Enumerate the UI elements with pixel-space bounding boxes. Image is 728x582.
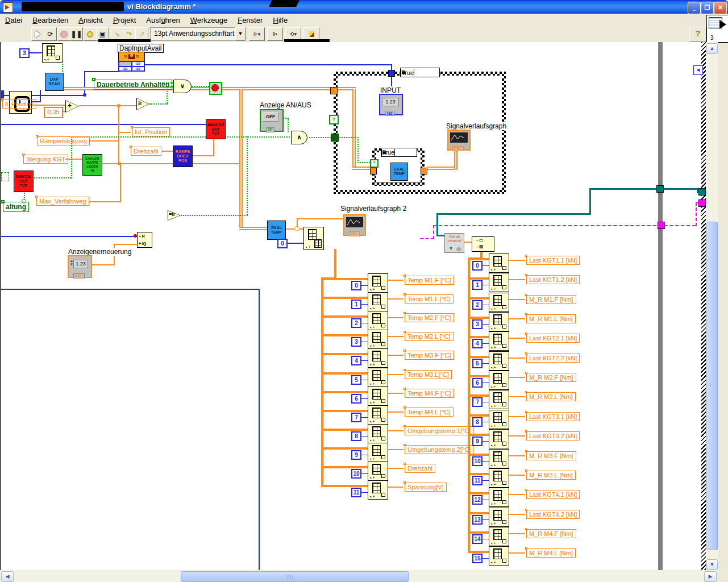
indicator-label-box[interactable]: Temp M4.F [°C] <box>403 388 406 390</box>
local-variable-ist-position[interactable]: Ist_Position <box>131 126 133 128</box>
index-constant[interactable]: 2 <box>351 318 361 328</box>
indicator-label-box[interactable]: Umgebungstemp.2[°C] <box>403 444 406 446</box>
indicator-label-box[interactable]: Temp M2.L [°C] <box>403 331 406 333</box>
index-constant[interactable]: 11 <box>472 476 482 485</box>
get-all-measval-subvi[interactable]: Get all measval ▼ <box>444 233 464 253</box>
menu-item-ansicht[interactable]: Ansicht <box>73 15 108 26</box>
indicator-label-box[interactable]: M_R M4.L [Nm] <box>525 547 527 550</box>
dap-read-subvi[interactable]: DAPREAD <box>45 73 64 91</box>
minimize-button[interactable]: _ <box>688 2 701 14</box>
skal-temp-subvi[interactable]: SKALTEMP <box>267 221 286 240</box>
block-diagram-canvas[interactable]: ◄ ▪.+ 3 DapInputAvail ?! ▙▟ ?! I32 I32 I… <box>0 42 718 570</box>
boolean-local-altung[interactable]: altung <box>1 200 5 203</box>
vertical-scrollbar-thumb[interactable]: ≡ <box>706 222 718 550</box>
run-icon[interactable] <box>31 27 44 41</box>
reshape-array-node[interactable]: →▭ →▦ <box>472 236 494 252</box>
indicator-label-box[interactable]: Temp M1.L [°C] <box>403 293 406 296</box>
index-array-node[interactable]: ▪.+ <box>489 488 509 507</box>
menu-item-hilfe[interactable]: Hilfe <box>268 15 293 26</box>
index-array-node[interactable]: ▪.+ <box>368 311 388 330</box>
index-constant[interactable]: 11 <box>351 488 361 497</box>
case-next-icon[interactable]: ▶ <box>381 150 387 155</box>
index-array-node[interactable]: ▪.+ <box>489 273 509 292</box>
index-constant[interactable]: 5 <box>351 375 361 385</box>
numeric-control-input[interactable]: 1.23 I32 <box>379 94 403 115</box>
index-array-node[interactable]: ▪.+ <box>368 405 388 425</box>
indicator-label-box[interactable]: Temp M4.L [°C] <box>403 406 406 409</box>
index-array-node[interactable]: ▪.+ <box>368 386 388 406</box>
or-gate[interactable]: ∨ <box>173 80 192 93</box>
numeric-control-anzeigenerneuerung[interactable]: ▲▼ 1.23 DBL <box>68 255 92 278</box>
index-array-node[interactable]: ▪.+ <box>489 390 509 409</box>
index-constant[interactable]: 8 <box>351 431 361 441</box>
index-array-node[interactable]: ▪.+ <box>489 527 509 546</box>
index-constant[interactable]: 3 <box>472 319 482 329</box>
indicator-label-box[interactable]: Last KGT4.2 [kN] <box>525 509 527 511</box>
index-constant[interactable]: 9 <box>472 436 482 446</box>
font-selector[interactable]: 13pt Anwendungsschriftart <box>150 27 240 41</box>
waveform-graph-terminal[interactable]: DBL <box>343 214 366 236</box>
local-variable-drehzahl[interactable]: Drehzahl <box>130 146 132 148</box>
indicator-label-box[interactable]: M_R M2.L [Nm] <box>525 391 527 393</box>
run-continuous-icon[interactable]: ⟳ <box>44 27 57 41</box>
index-array-node[interactable]: ▪.+ <box>489 410 509 429</box>
index-array-node[interactable]: ▪.+ <box>489 449 509 468</box>
indicator-label-box[interactable]: Last KGT2.2 [kN] <box>525 352 527 355</box>
index-build-array-node[interactable]: ▪.+ <box>303 227 324 250</box>
indicator-label[interactable]: Signalverlaufsgraph <box>446 122 506 130</box>
rampe-dreh-pos-subvi[interactable]: RAMPEDREHPOS <box>173 146 193 167</box>
index-array-node[interactable]: ▪.+ <box>368 462 388 481</box>
index-array-node[interactable]: ▪.+ <box>368 348 388 368</box>
control-label[interactable]: INPUT <box>380 86 401 94</box>
index-constant[interactable]: 1 <box>472 280 482 290</box>
restore-button[interactable]: ❐ <box>701 2 714 14</box>
index-array-node[interactable]: ▪.+ <box>489 429 509 448</box>
vi-icon[interactable]: 3 <box>706 15 728 43</box>
align-objects-icon[interactable]: ⊪▾ <box>249 27 265 41</box>
control-label[interactable]: Anzeigenerneuerung <box>68 248 131 256</box>
navigation-left-arrow-icon[interactable]: ◄ <box>693 65 703 75</box>
highlight-execution-icon[interactable] <box>84 27 97 41</box>
numeric-constant[interactable]: 3 <box>19 48 30 58</box>
index-constant[interactable]: 3 <box>351 337 361 347</box>
index-array-node[interactable]: ▪.+ <box>368 292 388 311</box>
index-array-node[interactable]: ▪.+ <box>489 331 509 351</box>
waveform-graph-terminal[interactable]: DBL <box>447 130 471 151</box>
indicator-label-box[interactable]: M_R M2.F [Nm] <box>525 372 527 374</box>
analog-out-subvi[interactable]: ANALOGOUTTXT <box>206 119 226 139</box>
case-next-icon[interactable]: ▶ <box>401 70 406 75</box>
indicator-label-box[interactable]: Last KGT2.1 [kN] <box>525 332 527 335</box>
close-button[interactable]: ✕ <box>714 2 727 14</box>
control-label[interactable]: Anzeige AN/AUS <box>260 101 311 109</box>
boolean-control-anzeige[interactable]: OFF TF <box>260 109 284 132</box>
zaehler-karte-lesen-subvi[interactable]: ZAHLERKARTELESEN48 <box>82 154 102 176</box>
indicator-label[interactable]: Signalverlaufsgraph 2 <box>340 205 406 213</box>
index-constant[interactable]: 9 <box>351 450 361 460</box>
index-constant[interactable]: 4 <box>351 356 361 365</box>
indicator-label-box[interactable]: Last KGT3.1 [kN] <box>525 411 527 413</box>
index-array-node[interactable]: ▪.+ <box>489 508 509 527</box>
indicator-label-box[interactable]: M_R M3.L [Nm] <box>525 469 527 472</box>
compare-node[interactable]: ≥ <box>136 98 149 110</box>
index-constant[interactable]: 4 <box>472 339 482 348</box>
menu-item-werkzeuge[interactable]: Werkzeuge <box>185 15 233 26</box>
scroll-down-icon[interactable]: ▼ <box>706 559 718 570</box>
index-array-node[interactable]: ▪.+ <box>489 468 509 488</box>
font-selector-dropdown-icon[interactable]: ▼ <box>235 27 246 41</box>
case-selector-outer[interactable]: ◀ True ▼ ▶ <box>400 68 440 77</box>
scroll-left-icon[interactable]: ◀ <box>1 571 14 582</box>
index-array-node[interactable]: ▪.+ <box>489 253 509 273</box>
indicator-label-box[interactable]: Last KGT3.2 [kN] <box>525 430 527 433</box>
menu-item-datei[interactable]: Datei <box>0 15 27 26</box>
indicator-label-box[interactable]: Temp M3.F [°C] <box>403 350 406 352</box>
index-constant[interactable]: 8 <box>472 417 482 427</box>
index-array-node[interactable]: ▪.+ <box>489 312 509 331</box>
equal-zero-node[interactable]: =0 <box>168 210 181 221</box>
index-constant[interactable]: 15 <box>472 554 482 563</box>
menu-item-projekt[interactable]: Projekt <box>108 15 141 26</box>
local-variable-steigung-kgt[interactable]: Steigung KGT <box>22 153 24 156</box>
indicator-label-box[interactable]: Spannung[V] <box>403 481 406 484</box>
indicator-label-box[interactable]: M_R M1.L [Nm] <box>525 313 527 315</box>
indicator-label-box[interactable]: Umgebungstemp.1[°C] <box>403 425 406 427</box>
indicator-label-box[interactable]: Last KGT1.1 [kN] <box>525 255 527 257</box>
